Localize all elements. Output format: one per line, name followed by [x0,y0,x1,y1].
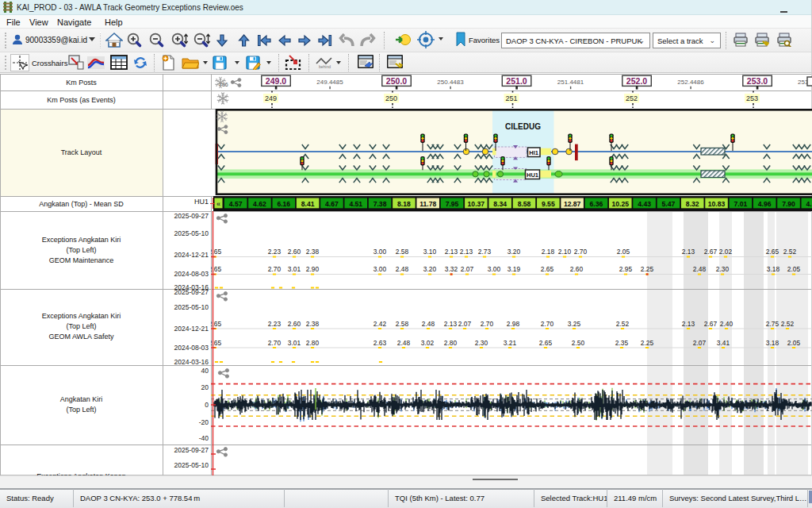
svg-text:2.98: 2.98 [507,320,520,328]
svg-text:2.18: 2.18 [542,248,555,256]
svg-text:2.05: 2.05 [617,248,630,256]
svg-text:11.78: 11.78 [419,199,436,207]
svg-text:10.83: 10.83 [708,199,726,207]
svg-text:2.10: 2.10 [558,248,572,256]
svg-text:2.48: 2.48 [397,339,411,347]
svg-text:2.40: 2.40 [720,320,733,328]
svg-text:10.37: 10.37 [468,199,485,207]
svg-text:251.0: 251.0 [506,76,527,86]
svg-text:3.18: 3.18 [766,339,779,347]
svg-text:2.80: 2.80 [444,339,458,347]
svg-text:4.57: 4.57 [229,199,243,207]
svg-text:3.01: 3.01 [288,339,301,347]
svg-text:2.70: 2.70 [541,320,554,328]
svg-text:3.00: 3.00 [373,265,387,273]
svg-text:2.42: 2.42 [373,320,387,328]
svg-text:4.51: 4.51 [349,199,362,207]
svg-text:2.73: 2.73 [478,248,492,256]
svg-text:2.70: 2.70 [268,339,282,347]
svg-text:HI1: HI1 [529,149,538,156]
svg-text:8.18: 8.18 [397,199,411,207]
svg-text:8.34: 8.34 [493,199,507,207]
svg-text:2.48: 2.48 [422,320,435,328]
svg-text:2.35: 2.35 [615,339,629,347]
svg-text:3.20: 3.20 [508,248,521,256]
svg-text:2.58: 2.58 [396,248,409,256]
svg-text:3.21: 3.21 [504,339,517,347]
svg-text:2.58: 2.58 [396,320,409,328]
svg-text:2.48: 2.48 [693,265,707,273]
svg-text:252.4486: 252.4486 [677,79,704,86]
svg-text:2.05: 2.05 [787,339,801,347]
svg-text:2.63: 2.63 [373,339,387,347]
svg-text:249: 249 [265,94,277,102]
svg-text:2.60: 2.60 [288,320,301,328]
svg-text:2.80: 2.80 [306,339,320,347]
svg-text:251.4481: 251.4481 [557,79,584,86]
svg-text:2.65: 2.65 [541,265,554,273]
svg-text:2.13: 2.13 [445,248,458,256]
svg-text:7.95: 7.95 [446,199,459,207]
svg-text:2.52: 2.52 [616,320,630,328]
svg-text:2.13: 2.13 [682,248,695,256]
svg-text:4.62: 4.62 [253,199,266,207]
svg-text:7.90: 7.90 [782,199,795,207]
svg-text:2.50: 2.50 [572,339,585,347]
svg-text:2.23: 2.23 [268,248,282,256]
svg-text:3.32: 3.32 [445,265,458,273]
svg-text:8.32: 8.32 [686,199,699,207]
svg-text:2.75: 2.75 [766,320,779,328]
svg-text:2.60: 2.60 [288,248,301,256]
svg-text:2.25: 2.25 [641,265,654,273]
svg-text:4.67: 4.67 [325,199,339,207]
svg-text:2.60: 2.60 [570,265,584,273]
svg-text:2.05: 2.05 [787,265,801,273]
svg-text:2.25: 2.25 [641,339,654,347]
svg-text:250.4483: 250.4483 [437,79,464,86]
svg-text:2.52: 2.52 [783,248,797,256]
svg-text:«: « [216,200,220,208]
svg-text:8.58: 8.58 [518,199,531,207]
svg-text:2.23: 2.23 [268,320,282,328]
svg-text:3.18: 3.18 [767,265,780,273]
svg-text:3.19: 3.19 [508,265,521,273]
svg-text:3.41: 3.41 [717,339,730,347]
svg-text:253: 253 [746,94,758,102]
svg-text:7.01: 7.01 [734,199,748,207]
svg-text:2.38: 2.38 [306,320,320,328]
svg-text:3.00: 3.00 [373,248,387,256]
svg-text:253.0: 253.0 [747,76,768,86]
svg-text:2.30: 2.30 [716,265,730,273]
svg-text:2.67: 2.67 [704,248,718,256]
svg-text:5.47: 5.47 [662,199,676,207]
svg-text:2.67: 2.67 [704,320,718,328]
svg-text:2.48: 2.48 [396,265,409,273]
svg-text:250.0: 250.0 [386,76,407,86]
svg-text:2.65: 2.65 [539,339,553,347]
svg-text:3.02: 3.02 [421,339,435,347]
svg-text:2.65: 2.65 [766,248,779,256]
svg-text:4.10: 4.10 [806,199,812,207]
svg-text:252: 252 [626,94,638,102]
svg-text:10.25: 10.25 [612,199,630,207]
svg-text:4.43: 4.43 [638,199,651,207]
svg-text:2.95: 2.95 [619,265,633,273]
svg-text:2.70: 2.70 [268,265,282,273]
svg-text:3.20: 3.20 [423,265,437,273]
svg-text:2.07: 2.07 [458,320,472,328]
svg-text:7.38: 7.38 [373,199,387,207]
svg-text:2.38: 2.38 [306,248,320,256]
svg-text:3.00: 3.00 [488,265,501,273]
svg-text:251: 251 [505,94,517,102]
svg-text:9.55: 9.55 [542,199,555,207]
svg-text:2.02: 2.02 [719,248,733,256]
svg-text:2.13: 2.13 [682,320,695,328]
svg-text:2.13: 2.13 [444,320,458,328]
svg-text:3.01: 3.01 [288,265,301,273]
svg-text:2.52: 2.52 [781,320,795,328]
svg-text:CILEDUG: CILEDUG [505,122,541,131]
svg-text:6.16: 6.16 [277,199,290,207]
svg-text:6.36: 6.36 [590,199,603,207]
svg-text:behind: behind [319,64,331,69]
svg-text:4.96: 4.96 [758,199,772,207]
